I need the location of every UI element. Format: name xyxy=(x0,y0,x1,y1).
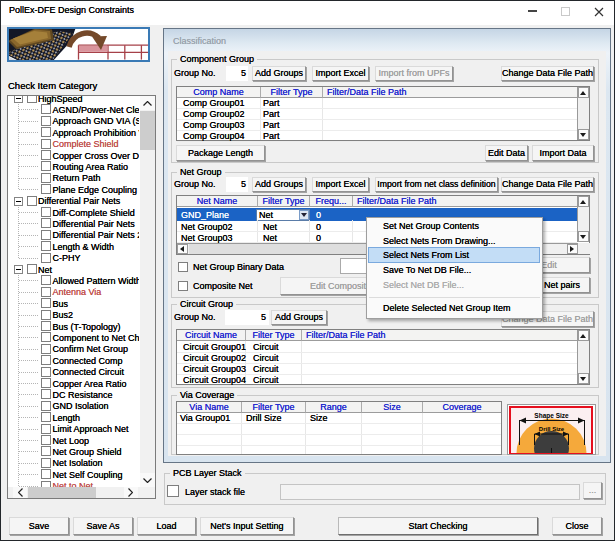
svg-text:Drill Size: Drill Size xyxy=(539,426,565,432)
svg-text:Shape Size: Shape Size xyxy=(534,412,569,420)
